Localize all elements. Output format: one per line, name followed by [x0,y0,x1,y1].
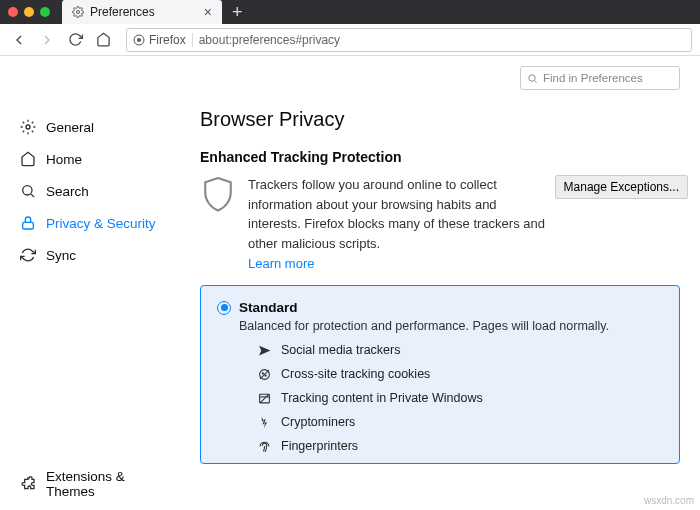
page-body: General Home Search Privacy & Security [0,56,700,510]
svg-point-11 [265,375,266,376]
url-input[interactable] [199,33,685,47]
maximize-window-button[interactable] [40,7,50,17]
social-icon [257,343,271,357]
feature-cross-site-cookies: Cross-site tracking cookies [257,367,663,381]
card-title: Standard [239,300,298,315]
section-title: Enhanced Tracking Protection [200,149,680,165]
cryptominer-icon [257,415,271,429]
standard-radio[interactable] [217,301,231,315]
window-controls [8,7,50,17]
learn-more-link[interactable]: Learn more [248,256,314,271]
page-title: Browser Privacy [200,108,680,131]
feature-tracking-content: Tracking content in Private Windows [257,391,663,405]
watermark: wsxdn.com [644,495,694,506]
home-button[interactable] [92,29,114,51]
sidebar-item-label: Sync [46,248,76,263]
forward-button[interactable] [36,29,58,51]
main-content: Find in Preferences Browser Privacy Enha… [180,56,700,510]
svg-line-15 [260,394,269,403]
identity-box[interactable]: Firefox [133,33,193,47]
new-tab-button[interactable]: + [222,2,253,23]
sidebar-item-home[interactable]: Home [10,144,180,174]
shield-icon [200,175,236,219]
svg-line-8 [535,80,537,82]
svg-line-5 [31,194,34,197]
svg-line-12 [260,370,269,379]
feature-cryptominers: Cryptominers [257,415,663,429]
sidebar-item-extensions[interactable]: Extensions & Themes [10,462,180,506]
feature-fingerprinters: Fingerprinters [257,439,663,453]
search-placeholder: Find in Preferences [543,72,643,84]
card-subtitle: Balanced for protection and performance.… [239,319,663,333]
puzzle-icon [20,476,36,492]
url-bar[interactable]: Firefox [126,28,692,52]
sidebar-item-label: General [46,120,94,135]
sidebar-item-label: Privacy & Security [46,216,156,231]
svg-rect-6 [23,222,34,229]
sidebar-item-general[interactable]: General [10,112,180,142]
home-icon [20,151,36,167]
minimize-window-button[interactable] [24,7,34,17]
tracking-description: Trackers follow you around online to col… [248,175,548,253]
svg-point-10 [262,372,263,373]
tracking-intro: Trackers follow you around online to col… [200,175,680,271]
sidebar-item-label: Extensions & Themes [46,469,170,499]
titlebar: Preferences × + [0,0,700,24]
manage-exceptions-button[interactable]: Manage Exceptions... [555,175,688,199]
back-button[interactable] [8,29,30,51]
search-icon [20,183,36,199]
lock-icon [20,215,36,231]
close-tab-button[interactable]: × [204,5,212,19]
feature-social-trackers: Social media trackers [257,343,663,357]
gear-icon [20,119,36,135]
sidebar-item-label: Search [46,184,89,199]
svg-point-0 [77,11,80,14]
sidebar: General Home Search Privacy & Security [0,56,180,510]
close-window-button[interactable] [8,7,18,17]
sync-icon [20,247,36,263]
browser-tab[interactable]: Preferences × [62,0,222,24]
identity-label: Firefox [149,33,186,47]
search-preferences-input[interactable]: Find in Preferences [520,66,680,90]
svg-point-7 [529,74,535,80]
svg-point-3 [26,125,30,129]
sidebar-item-search[interactable]: Search [10,176,180,206]
sidebar-item-sync[interactable]: Sync [10,240,180,270]
svg-point-2 [137,38,141,42]
tab-title: Preferences [90,5,155,19]
sidebar-item-privacy[interactable]: Privacy & Security [10,208,180,238]
window-icon [257,391,271,405]
gear-icon [72,6,84,18]
reload-button[interactable] [64,29,86,51]
sidebar-item-label: Home [46,152,82,167]
navbar: Firefox [0,24,700,56]
feature-list: Social media trackers Cross-site trackin… [257,343,663,453]
standard-protection-card[interactable]: Standard Balanced for protection and per… [200,285,680,464]
cookie-icon [257,367,271,381]
svg-point-4 [23,186,32,195]
fingerprint-icon [257,439,271,453]
